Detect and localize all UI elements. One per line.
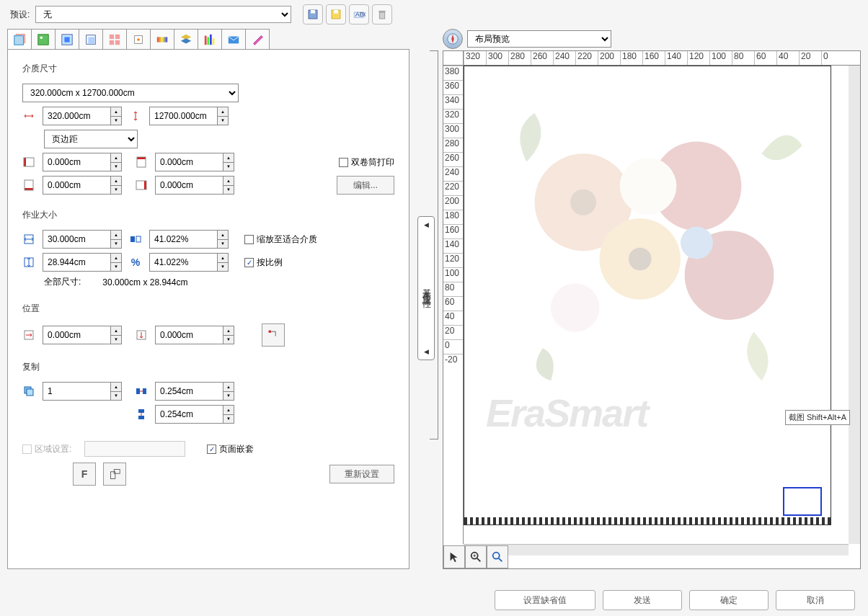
triangle-left-icon: ◀ [424,221,429,228]
preview-mode-select[interactable]: 布局预览 [467,30,611,48]
svg-rect-48 [110,472,115,479]
tab-colorbars-icon[interactable] [198,29,222,49]
media-width-input[interactable]: ▲▼ [43,107,122,125]
svg-rect-36 [130,236,135,242]
svg-rect-6 [380,12,386,19]
svg-rect-25 [213,38,215,45]
svg-rect-22 [205,35,207,45]
save-as-icon[interactable] [326,4,346,24]
svg-rect-21 [157,37,167,42]
svg-point-10 [40,36,43,39]
tab-layout-icon[interactable] [7,29,32,49]
vertical-tab[interactable]: ◀ 基本作业属性 ◀ [417,216,435,360]
svg-rect-46 [138,409,144,413]
save-icon[interactable] [303,4,323,24]
margin-left-icon [22,156,35,168]
svg-rect-14 [88,37,94,43]
position-title: 位置 [22,303,394,315]
svg-rect-24 [210,34,212,44]
set-default-button[interactable]: 设置缺省值 [495,590,595,610]
tab-tile-icon[interactable] [102,29,127,49]
fit-media-checkbox[interactable]: 缩放至适合介质 [244,233,317,246]
f-button[interactable]: F [73,463,96,486]
cancel-button[interactable]: 取消 [776,590,855,610]
gap-h-input[interactable]: ▲▼ [155,382,234,401]
horizontal-scrollbar[interactable] [464,544,849,555]
margin-bottom-icon [22,179,35,191]
tab-brush-icon[interactable] [245,29,270,49]
selection-box [783,487,822,516]
rename-icon[interactable]: ABC [349,4,369,24]
tab-layers-icon[interactable] [174,29,198,49]
orientation-button[interactable] [103,463,126,486]
svg-rect-8 [14,35,24,45]
ok-button[interactable]: 确定 [689,590,769,610]
svg-rect-12 [64,37,69,42]
pos-x-input[interactable]: ▲▼ [43,326,122,344]
ruler-vertical: 3803603403203002802602402202001801601401… [443,66,464,544]
media-size-select[interactable]: 320.000cm x 12700.000cm [22,84,239,102]
tab-crop-icon[interactable] [79,29,103,49]
tab-adjust-icon[interactable] [126,29,151,49]
job-height-input[interactable]: ▲▼ [43,253,122,272]
margin-top-icon [135,156,148,168]
job-size-title: 作业大小 [22,209,394,221]
tab-gradient-icon[interactable] [150,29,174,49]
svg-rect-17 [110,40,114,44]
gap-v-input[interactable]: ▲▼ [155,405,234,424]
anchor-button[interactable] [262,323,285,347]
svg-rect-44 [136,388,140,394]
pos-y-input[interactable]: ▲▼ [155,326,234,344]
compass-icon[interactable] [443,29,463,49]
margin-top-input[interactable]: ▲▼ [155,153,234,171]
job-width-input[interactable]: ▲▼ [43,230,122,249]
zoom-fit-icon[interactable] [487,545,508,568]
margin-select[interactable]: 页边距 [44,130,138,148]
region-checkbox: 区域设置: [22,443,71,455]
media-height-input[interactable]: ▲▼ [149,107,229,125]
svg-rect-37 [136,236,141,242]
vertical-scrollbar[interactable] [849,66,860,544]
svg-text:ABC: ABC [355,11,366,18]
media-size-title: 介质尺寸 [22,63,394,75]
keep-ratio-checkbox[interactable]: ✓按比例 [244,256,283,269]
tab-envelope-icon[interactable] [221,29,246,49]
job-width-icon [22,233,35,245]
svg-point-56 [551,283,600,332]
svg-point-61 [493,553,500,559]
svg-point-20 [137,38,140,41]
dual-reel-checkbox[interactable]: 双卷筒打印 [339,156,394,169]
pos-x-icon [22,329,35,341]
margin-right-icon [135,179,148,191]
preset-select[interactable]: 无 [35,6,291,23]
ruler-horizontal: 3203002802602402202001801601401201008060… [464,51,860,66]
pointer-tool-icon[interactable] [443,545,465,568]
artwork-preview [486,81,810,405]
canvas[interactable]: EraSmart [464,66,860,544]
edit-button[interactable]: 编辑... [337,176,394,195]
svg-rect-9 [38,34,48,44]
job-height-percent-input[interactable]: ▲▼ [149,253,229,272]
canvas-page: EraSmart [464,66,831,525]
margin-left-input[interactable]: ▲▼ [43,153,122,171]
margin-right-input[interactable]: ▲▼ [155,176,234,195]
triangle-left-icon: ◀ [424,348,429,355]
nest-checkbox[interactable]: ✓页面嵌套 [207,443,254,455]
delete-icon[interactable] [372,4,392,24]
width-icon [22,110,35,122]
reset-button[interactable]: 重新设置 [329,465,394,483]
gap-h-icon [135,385,148,397]
tab-strip [7,29,409,49]
settings-panel: 介质尺寸 320.000cm x 12700.000cm ▲▼ ▲▼ 页边距 ▲… [7,49,409,569]
tab-registration-icon[interactable] [55,29,79,49]
zoom-tool-icon[interactable] [465,545,487,568]
send-button[interactable]: 发送 [603,590,682,610]
copy-count-input[interactable]: ▲▼ [43,382,122,401]
svg-rect-1 [311,10,315,14]
tab-image-icon[interactable] [31,29,56,49]
margin-bottom-input[interactable]: ▲▼ [43,176,122,195]
job-width-percent-input[interactable]: ▲▼ [149,230,229,249]
svg-rect-15 [110,34,114,38]
region-input [84,441,185,457]
svg-rect-3 [334,10,338,14]
